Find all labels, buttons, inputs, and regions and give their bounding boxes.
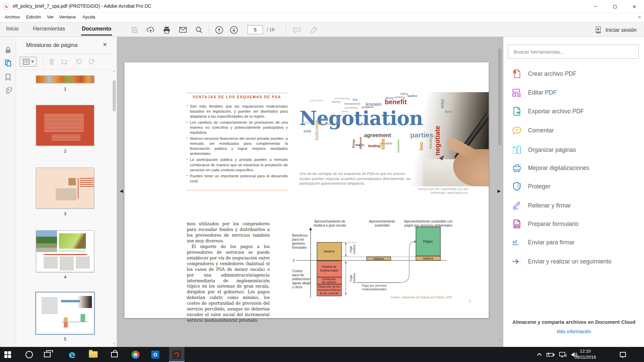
email-icon[interactable] [178, 25, 187, 34]
attachments-icon[interactable] [4, 87, 12, 95]
tool-label: Crear archivo PDF [528, 70, 577, 77]
wordcloud-word: way [439, 99, 445, 108]
minimize-button[interactable] [586, 0, 605, 13]
close-document-icon[interactable]: ✕ [638, 15, 641, 20]
chrome-icon [131, 351, 140, 359]
acrobat-pdf-icon [3, 3, 9, 10]
tool-label: Rellenar y firmar [528, 202, 571, 209]
tool-proteger[interactable]: Proteger [503, 178, 644, 195]
menu-ventana[interactable]: Ventana [59, 14, 76, 19]
thumbnail-page-1[interactable] [36, 75, 94, 83]
curve-arrow [400, 242, 414, 283]
thumbnail-page-4[interactable] [36, 230, 94, 272]
task-view-button[interactable] [40, 347, 55, 362]
outlook-button[interactable]: O [148, 347, 163, 362]
menu-archivo[interactable]: Archivo [5, 14, 20, 19]
more-info-link[interactable]: Más información [503, 329, 644, 334]
previous-page-icon[interactable] [215, 25, 223, 34]
bar-label: servicios hídricos [318, 288, 340, 292]
collapse-left-panel-icon[interactable]: ◀ [120, 188, 123, 193]
acrobat-button-active[interactable] [169, 347, 184, 362]
menu-edicion[interactable]: Edición [26, 14, 41, 19]
menu-bar: Archivo Edición Ver Ventana Ayuda ✕ [0, 13, 644, 22]
search-icon[interactable] [195, 25, 203, 34]
upload-cloud-icon[interactable] [146, 25, 155, 34]
tool-enviar-para-firmar[interactable]: xl Enviar para firmar [503, 234, 644, 251]
tool-mejorar-digitalizaciones[interactable]: Mejorar digitalizaciones [503, 159, 644, 177]
delete-pages-icon[interactable] [47, 57, 56, 66]
print-icon[interactable] [162, 25, 171, 34]
rotate-left-icon[interactable] [74, 57, 83, 66]
action-center[interactable] [620, 347, 626, 362]
thumbnail-options-button[interactable] [19, 57, 37, 67]
y-label-costs: aguas abajo [292, 281, 311, 285]
tool-preparar-formulario[interactable]: Preparar formulario [503, 215, 644, 233]
tool-editar-pdf[interactable]: Editar PDF [503, 84, 644, 101]
rotate-right-icon[interactable] [87, 57, 97, 66]
thumbnail-page-2[interactable] [36, 105, 94, 146]
thumbnail-page-3[interactable] [36, 168, 94, 208]
file-explorer-button[interactable] [86, 347, 101, 362]
scrollbar-thumb[interactable] [113, 80, 116, 111]
tab-inicio[interactable]: Inicio [6, 26, 18, 32]
thumbnail-text-lines [42, 297, 58, 314]
tab-documento[interactable]: Documento [82, 26, 111, 32]
wordcloud-word: two [418, 142, 424, 150]
menu-ayuda[interactable]: Ayuda [83, 14, 95, 19]
restore-button[interactable] [605, 0, 625, 13]
chrome-button[interactable] [128, 347, 143, 362]
edge-button[interactable]: e [64, 347, 80, 362]
page-number-input[interactable] [248, 25, 263, 34]
chart-col2-header: Aprovechamiento [369, 220, 395, 223]
menu-ver[interactable]: Ver [47, 14, 54, 19]
tool-crear-archivo-pdf[interactable]: Crear archivo PDF [503, 65, 644, 82]
extract-pages-icon[interactable] [60, 57, 69, 66]
cortana-search-button[interactable] [21, 347, 37, 362]
network-icon[interactable] [559, 352, 567, 357]
panel-close-icon[interactable]: ✕ [103, 41, 107, 48]
close-button[interactable]: ✕ [625, 0, 644, 13]
page-total-label: / 16 [267, 27, 274, 32]
tool-comentar[interactable]: Comentar [503, 122, 644, 139]
scroll-down-icon[interactable]: ⌄ [112, 341, 115, 345]
thumbnail-page-5-selected[interactable] [36, 292, 94, 334]
tool-rellenar-y-firmar[interactable]: Rellenar y firmar [503, 197, 644, 214]
tray-chevron-up-icon[interactable] [538, 353, 542, 356]
bar-label: Madera [374, 257, 384, 260]
active-panel-pointer [14, 61, 16, 66]
tool-exportar-archivo-pdf[interactable]: Exportar archivo PDF [503, 103, 644, 120]
thumbnail-heading-line [44, 254, 87, 255]
battery-icon[interactable] [546, 352, 554, 357]
tool-label: Exportar archivo PDF [528, 108, 584, 115]
advantage-bullet: La participación pública y privada puede… [186, 157, 288, 172]
next-page-icon[interactable] [229, 25, 238, 34]
body-paragraph: El importe de los pagos a los proveedore… [187, 244, 270, 323]
thumbnails-scrollbar[interactable]: ⌃ ⌄ [112, 70, 116, 347]
start-button[interactable] [0, 347, 15, 362]
document-pane: ◀ ▶ VENTAJAS DE LOS ESQUEMAS DE PSA Son … [117, 37, 503, 347]
task-view-icon [44, 352, 51, 357]
lock-icon[interactable] [4, 46, 12, 54]
scroll-up-icon[interactable]: ⌃ [112, 70, 115, 75]
scroll-down-icon[interactable]: ⌄ [498, 338, 501, 342]
comment-icon[interactable] [292, 25, 301, 34]
sign-in-button[interactable]: Iniciar sesión [595, 26, 637, 34]
tool-enviar-y-seguimiento[interactable]: Enviar y realizar un seguimiento [503, 253, 644, 270]
page-thumbnails-icon[interactable] [4, 59, 12, 67]
save-icon[interactable] [130, 25, 139, 34]
tab-herramientas[interactable]: Herramientas [33, 26, 65, 32]
tool-organizar-paginas[interactable]: Organizar páginas [503, 141, 644, 159]
highlight-pen-icon[interactable] [309, 25, 318, 34]
document-scrollbar[interactable]: ⌃ ⌄ [497, 37, 502, 347]
wordcloud-word: purchasing [335, 97, 350, 100]
search-tools-input[interactable] [508, 45, 639, 59]
thumbnail-label-2: 2 [36, 148, 94, 154]
bookmarks-icon[interactable] [4, 73, 12, 81]
scroll-up-icon[interactable]: ⌃ [498, 39, 501, 43]
scrollbar-thumb[interactable] [498, 48, 501, 145]
store-button[interactable] [107, 347, 122, 362]
clock[interactable]: 12:10 09/11/2016 [570, 348, 600, 360]
advantage-bullet: Los cambios de comportamiento se promuev… [186, 120, 288, 135]
main-toolbar: Inicio Herramientas Documento [0, 22, 644, 37]
bar-label: biodiversidad [320, 269, 338, 272]
